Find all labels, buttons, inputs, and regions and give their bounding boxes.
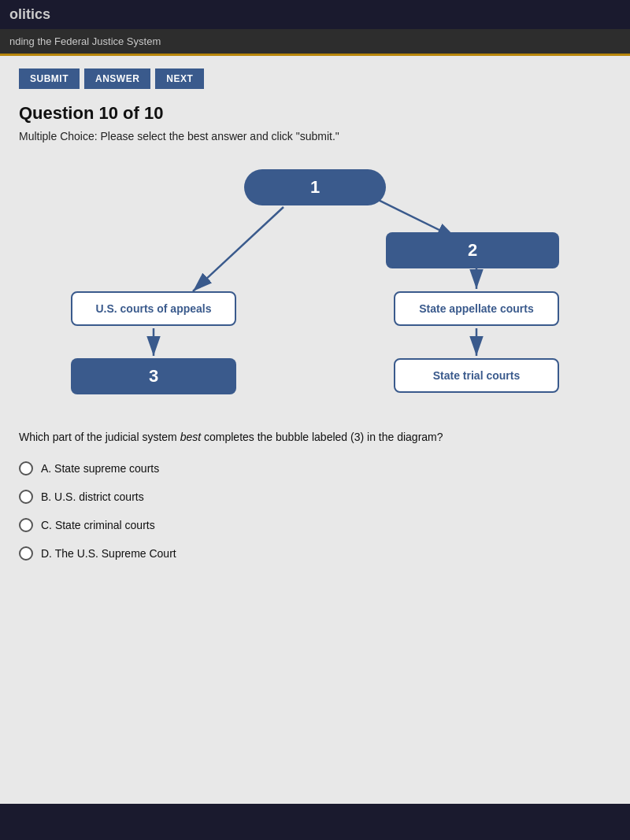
diagram-bubble-1: 1 [244, 169, 386, 205]
question-text-italic: best [180, 431, 201, 443]
diagram-box-appellate: State appellate courts [394, 291, 559, 326]
choice-label-D: D. The U.S. Supreme Court [41, 547, 176, 560]
diagram-box-trial: State trial courts [394, 358, 559, 393]
diagram-container: 1 2 U.S. courts of appeals State appella… [19, 161, 611, 413]
question-text: Which part of the judicial system best c… [19, 429, 611, 446]
question-instruction: Multiple Choice: Please select the best … [19, 130, 611, 142]
submit-button[interactable]: SUBMIT [19, 68, 80, 89]
next-button[interactable]: NEXT [155, 68, 204, 89]
radio-D[interactable] [19, 546, 33, 561]
choices-container: A. State supreme courts B. U.S. district… [19, 461, 611, 561]
question-text-part2: completes the bubble labeled (3) in the … [201, 431, 443, 443]
top-bar: olitics [0, 0, 630, 29]
radio-A[interactable] [19, 461, 33, 476]
choice-label-A: A. State supreme courts [41, 462, 159, 475]
top-bar-title: olitics [9, 6, 50, 22]
breadcrumb: nding the Federal Justice System [0, 29, 630, 56]
question-title: Question 10 of 10 [19, 103, 611, 124]
choice-label-B: B. U.S. district courts [41, 490, 144, 503]
diagram-bubble-3: 3 [71, 358, 236, 394]
radio-C[interactable] [19, 518, 33, 532]
choice-B[interactable]: B. U.S. district courts [19, 490, 611, 504]
choice-D[interactable]: D. The U.S. Supreme Court [19, 546, 611, 561]
diagram-bubble-2: 2 [386, 232, 559, 268]
choice-C[interactable]: C. State criminal courts [19, 518, 611, 532]
toolbar: SUBMIT ANSWER NEXT [19, 68, 611, 89]
diagram-inner: 1 2 U.S. courts of appeals State appella… [71, 169, 559, 405]
diagram-box-appeals: U.S. courts of appeals [71, 291, 236, 326]
radio-B[interactable] [19, 490, 33, 504]
answer-button[interactable]: ANSWER [84, 68, 150, 89]
main-content: SUBMIT ANSWER NEXT Question 10 of 10 Mul… [0, 56, 630, 804]
question-text-part1: Which part of the judicial system [19, 431, 180, 443]
svg-line-1 [193, 207, 284, 291]
choice-label-C: C. State criminal courts [41, 519, 155, 531]
breadcrumb-text: nding the Federal Justice System [9, 35, 161, 47]
choice-A[interactable]: A. State supreme courts [19, 461, 611, 476]
